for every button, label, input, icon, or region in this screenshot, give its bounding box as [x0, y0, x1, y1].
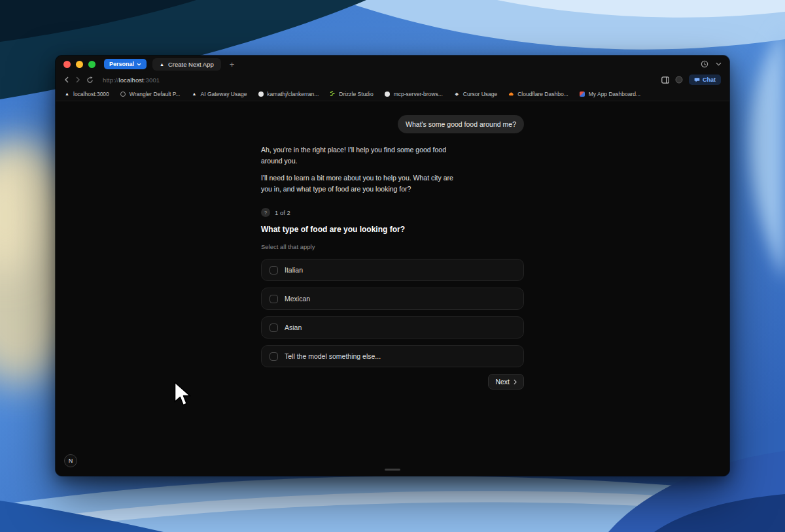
vercel-triangle-icon: ▲: [191, 91, 197, 97]
user-message: What's some good food around me?: [398, 115, 524, 133]
cursor-icon: ◆: [454, 91, 460, 97]
url-host: localhost: [118, 76, 143, 84]
url-scheme: http://: [103, 76, 118, 84]
chevron-down-icon: [137, 63, 141, 66]
minimize-window-button[interactable]: [76, 61, 83, 68]
option-something-else[interactable]: Tell the model something else...: [261, 345, 524, 367]
globe-icon: [120, 91, 126, 97]
browser-window: Personal ▲ Create Next App + http://loca…: [56, 56, 729, 476]
chevron-down-icon[interactable]: [716, 62, 722, 66]
history-icon[interactable]: [701, 60, 708, 68]
bookmark-wrangler[interactable]: Wrangler Default P...: [120, 91, 181, 97]
chat-column: What's some good food around me? Ah, you…: [261, 101, 524, 390]
next-button-label: Next: [495, 378, 510, 386]
window-controls: [63, 61, 96, 68]
github-icon: [385, 91, 391, 97]
bookmark-cloudflare[interactable]: Cloudflare Dashbo...: [508, 91, 568, 97]
profile-switcher[interactable]: Personal: [104, 59, 147, 69]
bookmarks-bar: ▲ localhost:3000 Wrangler Default P... ▲…: [56, 87, 729, 101]
zoom-window-button[interactable]: [88, 61, 96, 68]
option-label: Mexican: [285, 295, 310, 303]
github-icon: [258, 91, 264, 97]
vercel-triangle-icon: ▲: [160, 62, 164, 67]
tab-title: Create Next App: [168, 61, 214, 68]
app-favicon-icon: [580, 91, 585, 97]
option-label: Tell the model something else...: [285, 352, 381, 360]
chat-bubble-icon: [694, 77, 700, 83]
vercel-triangle-icon: ▲: [64, 91, 70, 97]
page-content: What's some good food around me? Ah, you…: [56, 101, 729, 476]
question-badge-icon: ?: [261, 208, 270, 217]
drizzle-icon: [330, 91, 336, 97]
bookmark-my-app-dashboard[interactable]: My App Dashboard...: [580, 91, 640, 97]
navigation-bar: http://localhost:3001 Chat: [56, 73, 729, 87]
question-title: What type of food are you looking for?: [261, 225, 524, 234]
bookmark-github-repo[interactable]: kamathj/clankerran...: [258, 91, 319, 97]
tab-create-next-app[interactable]: ▲ Create Next App: [152, 58, 221, 71]
chevron-right-icon: [514, 379, 517, 385]
address-bar[interactable]: http://localhost:3001: [103, 76, 160, 84]
tab-bar: Personal ▲ Create Next App +: [56, 56, 729, 73]
step-row: ? 1 of 2: [261, 208, 524, 217]
forward-button[interactable]: [75, 76, 80, 83]
option-label: Asian: [285, 324, 302, 331]
new-tab-button[interactable]: +: [227, 60, 237, 69]
bookmark-ai-gateway[interactable]: ▲ AI Gateway Usage: [191, 91, 247, 97]
url-port: :3001: [144, 76, 160, 84]
checkbox-icon[interactable]: [270, 324, 278, 332]
next-button[interactable]: Next: [488, 374, 524, 390]
side-panel-icon[interactable]: [661, 76, 669, 84]
checkbox-icon[interactable]: [270, 352, 278, 361]
reload-button[interactable]: [86, 76, 94, 84]
chat-button[interactable]: Chat: [689, 75, 721, 85]
select-hint: Select all that apply: [261, 243, 524, 250]
bookmark-mcp-server[interactable]: mcp-server-brows...: [385, 91, 443, 97]
chat-button-label: Chat: [703, 76, 716, 83]
cloudflare-icon: [508, 91, 514, 97]
bookmark-drizzle-studio[interactable]: Drizzle Studio: [330, 91, 373, 97]
profile-label: Personal: [109, 61, 134, 67]
close-window-button[interactable]: [63, 61, 71, 68]
step-indicator: 1 of 2: [275, 209, 290, 216]
option-italian[interactable]: Italian: [261, 259, 524, 281]
bookmark-cursor-usage[interactable]: ◆ Cursor Usage: [454, 91, 497, 97]
option-mexican[interactable]: Mexican: [261, 288, 524, 310]
bookmark-localhost-3000[interactable]: ▲ localhost:3000: [64, 91, 109, 97]
option-asian[interactable]: Asian: [261, 316, 524, 339]
assistant-message-2: I'll need to learn a bit more about you …: [261, 173, 462, 194]
avatar[interactable]: N: [64, 454, 77, 467]
resize-handle[interactable]: [385, 469, 400, 471]
extensions-icon[interactable]: [675, 76, 683, 84]
assistant-message-1: Ah, you're in the right place! I'll help…: [261, 144, 462, 166]
checkbox-icon[interactable]: [270, 295, 278, 303]
checkbox-icon[interactable]: [270, 266, 278, 274]
option-label: Italian: [285, 266, 303, 274]
back-button[interactable]: [64, 76, 69, 83]
